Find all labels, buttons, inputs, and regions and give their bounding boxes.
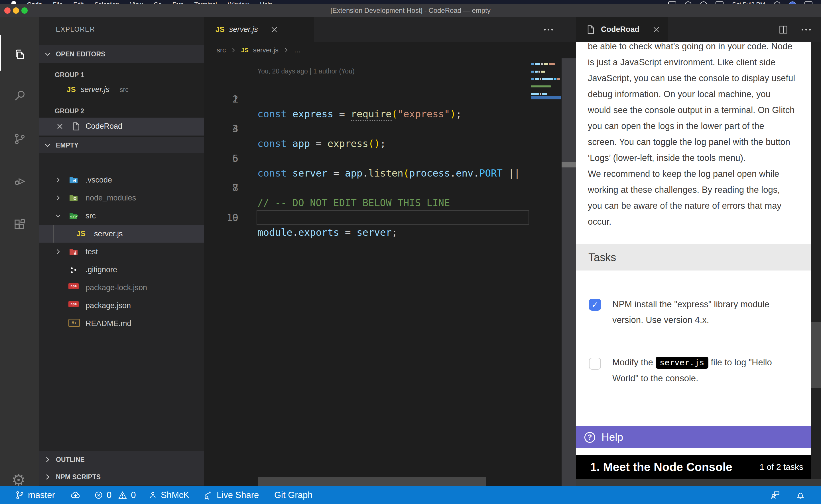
tree-item-node-modules[interactable]: JS node_modules bbox=[39, 189, 204, 207]
close-icon[interactable] bbox=[56, 122, 64, 130]
tree-item-vscode[interactable]: .vscode bbox=[39, 171, 204, 189]
close-tab-icon[interactable] bbox=[652, 25, 661, 34]
codelens-link[interactable]: You, 20 days ago | 1 author (You) bbox=[258, 65, 355, 77]
source-control-icon[interactable] bbox=[13, 132, 26, 146]
window-title-bar: [Extension Development Host] - CodeRoad … bbox=[0, 4, 821, 17]
feedback-status[interactable] bbox=[770, 486, 781, 504]
error-count: 0 bbox=[107, 490, 111, 500]
tree-item-gitignore[interactable]: .gitignore bbox=[39, 261, 204, 278]
open-editors-section-header[interactable]: OPEN EDITORS bbox=[39, 45, 204, 63]
breadcrumb-folder[interactable]: src bbox=[217, 46, 226, 54]
open-editor-item-serverjs[interactable]: JS server.js src bbox=[39, 81, 204, 99]
minimap[interactable] bbox=[531, 60, 561, 100]
tab-title: server.js bbox=[229, 25, 258, 34]
menu-item-file[interactable]: File bbox=[53, 0, 63, 4]
editor-more-actions-icon[interactable] bbox=[544, 29, 553, 30]
menu-item-selection[interactable]: Selection bbox=[95, 0, 119, 4]
system-tray-icon[interactable] bbox=[668, 1, 676, 4]
apple-icon[interactable] bbox=[11, 1, 16, 4]
macos-menu-bar: Code File Edit Selection View Go Run Ter… bbox=[0, 0, 821, 4]
svg-text:JS: JS bbox=[74, 197, 76, 200]
close-tab-icon[interactable] bbox=[270, 25, 279, 34]
tree-item-readme[interactable]: M↓ README.md bbox=[39, 314, 204, 332]
live-share-status[interactable]: Live Share bbox=[203, 486, 259, 504]
section-label: OUTLINE bbox=[56, 456, 85, 464]
scrollbar-thumb[interactable] bbox=[811, 322, 821, 388]
git-branch-icon bbox=[15, 490, 24, 500]
explorer-icon[interactable] bbox=[13, 47, 26, 61]
window-title: [Extension Development Host] - CodeRoad … bbox=[0, 4, 821, 17]
tree-item-package-lock[interactable]: npm package-lock.json bbox=[39, 278, 204, 296]
code-editor[interactable]: You, 20 days ago | 1 author (You) 1 cons… bbox=[204, 58, 576, 486]
chevron-down-icon bbox=[44, 142, 51, 149]
code-line-2: 2 bbox=[204, 92, 576, 106]
minimap-cursor-line bbox=[531, 96, 561, 99]
panel-scrollbar[interactable] bbox=[811, 42, 821, 479]
system-tray-icon[interactable] bbox=[685, 1, 692, 4]
settings-gear-icon[interactable]: ⚙ bbox=[11, 472, 26, 489]
menu-item-run[interactable]: Run bbox=[172, 0, 183, 4]
system-tray-icon[interactable] bbox=[700, 1, 707, 4]
open-editor-item-coderoad[interactable]: CodeRoad bbox=[39, 118, 204, 136]
notifications-status[interactable] bbox=[795, 486, 806, 504]
menu-item-view[interactable]: View bbox=[130, 0, 143, 4]
menu-item-code[interactable]: Code bbox=[27, 0, 42, 4]
live-share-icon bbox=[203, 490, 213, 500]
warning-icon bbox=[118, 490, 127, 500]
level-progress-badge: 1 of 2 tasks bbox=[760, 462, 803, 472]
task-checkbox-unchecked[interactable] bbox=[589, 358, 601, 370]
editor-horizontal-scrollbar[interactable] bbox=[258, 477, 486, 486]
inline-code: server.js bbox=[656, 357, 708, 369]
npm-icon: npm bbox=[68, 301, 79, 310]
search-icon[interactable] bbox=[13, 89, 26, 103]
git-branch-status[interactable]: master bbox=[15, 486, 55, 504]
help-bar[interactable]: ? Help bbox=[576, 426, 811, 448]
split-editor-icon[interactable] bbox=[778, 24, 789, 35]
breadcrumb-file[interactable]: server.js bbox=[253, 46, 279, 54]
level-bar[interactable]: 1. Meet the Node Console 1 of 2 tasks bbox=[576, 455, 811, 479]
sync-status[interactable] bbox=[70, 486, 81, 504]
node-modules-folder-icon: JS bbox=[68, 193, 79, 202]
scrollbar-thumb[interactable] bbox=[561, 162, 576, 167]
tree-item-test[interactable]: test bbox=[39, 243, 204, 261]
menu-item-terminal[interactable]: Terminal bbox=[194, 0, 217, 4]
spotlight-icon[interactable] bbox=[774, 1, 781, 4]
active-view-indicator bbox=[0, 35, 1, 71]
help-label: Help bbox=[601, 431, 623, 443]
breadcrumb-more[interactable]: … bbox=[294, 46, 301, 54]
menu-item-go[interactable]: Go bbox=[154, 0, 162, 4]
chevron-right-icon bbox=[44, 473, 51, 481]
run-debug-icon[interactable] bbox=[13, 175, 26, 188]
editor-scrollbar[interactable] bbox=[561, 58, 576, 486]
chevron-right-icon bbox=[44, 456, 51, 463]
siri-icon[interactable] bbox=[789, 1, 796, 4]
folder-section-header[interactable]: EMPTY bbox=[39, 137, 204, 153]
indent-guide bbox=[53, 225, 54, 243]
src-folder-open-icon: </> bbox=[68, 211, 79, 220]
git-graph-status[interactable]: Git Graph bbox=[274, 486, 313, 504]
extensions-icon[interactable] bbox=[13, 218, 26, 231]
question-icon: ? bbox=[584, 432, 595, 443]
npm-scripts-section-header[interactable]: NPM SCRIPTS bbox=[39, 468, 204, 485]
tasks-section-header: Tasks bbox=[576, 244, 811, 271]
menu-item-window[interactable]: Window bbox=[228, 0, 249, 4]
user-status[interactable]: ShMcK bbox=[148, 486, 189, 504]
problems-status[interactable]: 0 0 bbox=[94, 486, 136, 504]
tree-item-package-json[interactable]: npm package.json bbox=[39, 296, 204, 314]
panel-more-actions-icon[interactable] bbox=[802, 29, 811, 30]
menu-item-edit[interactable]: Edit bbox=[73, 0, 83, 4]
task-checkbox-checked[interactable]: ✓ bbox=[589, 299, 601, 311]
explorer-sidebar: EXPLORER OPEN EDITORS GROUP 1 JS server.… bbox=[39, 17, 204, 486]
js-file-icon: JS bbox=[216, 25, 225, 34]
js-file-icon: JS bbox=[76, 229, 85, 238]
document-icon bbox=[585, 24, 596, 35]
tree-item-src[interactable]: </> src bbox=[39, 207, 204, 225]
menu-item-help[interactable]: Help bbox=[260, 0, 272, 4]
tab-coderoad[interactable]: CodeRoad bbox=[576, 17, 668, 42]
tab-serverjs[interactable]: JS server.js bbox=[204, 17, 314, 42]
tree-item-serverjs-selected[interactable]: JS server.js bbox=[39, 225, 204, 243]
menu-clock[interactable]: Sat 5:43 PM bbox=[732, 0, 765, 4]
status-bar: master 0 0 ShMcK Live bbox=[0, 486, 821, 504]
outline-section-header[interactable]: OUTLINE bbox=[39, 451, 204, 468]
control-center-icon[interactable] bbox=[804, 1, 812, 4]
